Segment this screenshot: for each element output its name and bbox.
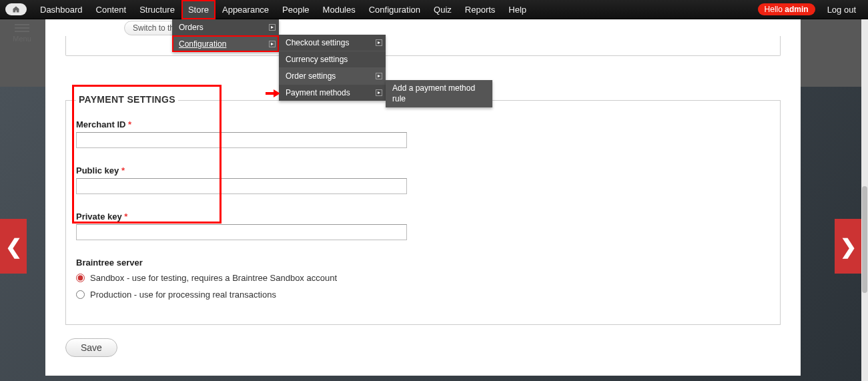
required-marker: * <box>121 165 125 175</box>
store-dropdown: Orders ▸ Configuration ▸ <box>172 19 279 52</box>
configuration-dropdown: Checkout settings ▸ Currency settings Or… <box>279 35 386 101</box>
public-key-input[interactable] <box>76 178 407 194</box>
site-menu-label: Menu <box>11 35 33 43</box>
braintree-server-label: Braintree server <box>76 258 770 268</box>
chevron-left-icon: ❮ <box>5 235 22 258</box>
hello-username: admin <box>785 5 808 14</box>
hello-prefix: Hello <box>765 5 785 14</box>
svg-marker-0 <box>266 89 280 97</box>
config-menu-payment-methods[interactable]: Payment methods ▸ <box>279 84 386 101</box>
user-badge[interactable]: Hello admin <box>758 3 815 15</box>
payment-settings-fieldset: PAYMENT SETTINGS Merchant ID * Public ke… <box>65 93 781 325</box>
config-menu-currency[interactable]: Currency settings <box>279 51 386 67</box>
toolbar-help[interactable]: Help <box>502 0 533 19</box>
toolbar-reports[interactable]: Reports <box>458 0 502 19</box>
toolbar-people[interactable]: People <box>276 0 316 19</box>
payment-menu-add-rule[interactable]: Add a payment method rule <box>386 80 492 107</box>
sandbox-radio-row[interactable]: Sandbox - use for testing, requires a Br… <box>76 273 770 283</box>
submenu-arrow-icon: ▸ <box>376 89 382 96</box>
scrollbar[interactable] <box>861 19 868 381</box>
submenu-arrow-icon: ▸ <box>269 41 276 47</box>
hamburger-icon <box>15 24 29 25</box>
submenu-arrow-icon: ▸ <box>376 73 382 79</box>
production-radio[interactable] <box>76 290 85 299</box>
toolbar-appearance[interactable]: Appearance <box>215 0 276 19</box>
private-key-label: Private key * <box>76 212 770 222</box>
toolbar-content[interactable]: Content <box>89 0 133 19</box>
scrollbar-thumb[interactable] <box>862 186 867 293</box>
toolbar-store[interactable]: Store <box>181 0 215 19</box>
merchant-id-input[interactable] <box>76 132 407 148</box>
toolbar-structure[interactable]: Structure <box>133 0 181 19</box>
carousel-prev-button[interactable]: ❮ <box>0 219 27 274</box>
save-button[interactable]: Save <box>65 338 117 357</box>
site-menu-toggle[interactable]: Menu <box>11 22 33 43</box>
required-marker: * <box>124 212 127 222</box>
required-marker: * <box>128 119 131 129</box>
submenu-arrow-icon: ▸ <box>376 39 382 46</box>
home-button[interactable] <box>5 3 27 15</box>
annotation-arrow-icon <box>266 89 280 97</box>
sandbox-radio-label: Sandbox - use for testing, requires a Br… <box>90 273 337 283</box>
toolbar-modules[interactable]: Modules <box>316 0 362 19</box>
store-menu-orders[interactable]: Orders ▸ <box>172 19 279 35</box>
home-icon <box>12 5 20 13</box>
submenu-arrow-icon: ▸ <box>269 24 276 31</box>
admin-overlay: Switch to the direct input PAYMENT SETTI… <box>45 0 801 376</box>
admin-toolbar: Dashboard Content Structure Store Appear… <box>0 0 868 19</box>
store-menu-configuration[interactable]: Configuration ▸ <box>172 35 279 52</box>
carousel-next-button[interactable]: ❯ <box>835 219 861 274</box>
production-radio-label: Production - use for processing real tra… <box>90 290 276 300</box>
toolbar-quiz[interactable]: Quiz <box>427 0 458 19</box>
toolbar-dashboard[interactable]: Dashboard <box>33 0 89 19</box>
config-menu-checkout[interactable]: Checkout settings ▸ <box>279 35 386 51</box>
merchant-id-label: Merchant ID * <box>76 119 770 129</box>
chevron-right-icon: ❯ <box>840 235 857 258</box>
logout-link[interactable]: Log out <box>825 3 859 16</box>
toolbar-configuration[interactable]: Configuration <box>362 0 427 19</box>
production-radio-row[interactable]: Production - use for processing real tra… <box>76 290 770 300</box>
fieldset-legend: PAYMENT SETTINGS <box>76 94 178 105</box>
private-key-input[interactable] <box>76 224 407 240</box>
payment-methods-dropdown: Add a payment method rule <box>386 80 492 107</box>
sandbox-radio[interactable] <box>76 274 85 282</box>
public-key-label: Public key * <box>76 165 770 175</box>
config-menu-order[interactable]: Order settings ▸ <box>279 67 386 84</box>
